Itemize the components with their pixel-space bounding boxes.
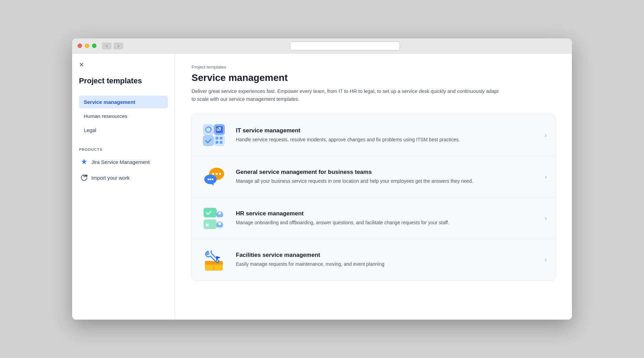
svg-marker-0 [82, 159, 87, 164]
gsm-content: General service management for business … [236, 169, 539, 185]
svg-point-17 [216, 173, 218, 175]
jira-service-management-icon [80, 158, 88, 166]
sidebar: ✕ Project templates Service management H… [72, 53, 175, 320]
hr-name: HR service management [236, 210, 539, 217]
itsm-content: IT service management Handle service req… [236, 127, 539, 143]
import-your-work-item[interactable]: Import your work [79, 171, 168, 184]
page-title: Service management [192, 72, 555, 83]
svg-point-20 [208, 179, 209, 180]
content-area: ✕ Project templates Service management H… [72, 53, 572, 320]
forward-button[interactable]: › [114, 43, 123, 49]
address-bar [123, 41, 566, 50]
svg-marker-37 [217, 256, 221, 259]
svg-rect-24 [204, 219, 217, 229]
svg-rect-7 [203, 135, 214, 146]
url-input[interactable] [290, 41, 400, 50]
traffic-lights [78, 44, 96, 48]
gsm-icon [200, 163, 228, 190]
minimize-traffic-light[interactable] [85, 44, 89, 48]
close-button[interactable]: ✕ [79, 62, 84, 68]
maximize-traffic-light[interactable] [92, 44, 96, 48]
breadcrumb: Project templates [192, 64, 555, 70]
template-card-facilities[interactable]: Facilities service management Easily man… [192, 239, 555, 280]
close-traffic-light[interactable] [78, 44, 82, 48]
svg-point-21 [210, 179, 211, 180]
svg-point-22 [212, 179, 214, 180]
sidebar-item-human-resources[interactable]: Human reseources [79, 110, 168, 122]
svg-rect-14 [220, 141, 222, 144]
facilities-name: Facilities service management [236, 252, 539, 259]
template-card-gsm[interactable]: General service management for business … [192, 156, 555, 198]
hr-content: HR service management Manage onboarding … [236, 210, 539, 226]
facilities-chevron-icon: › [545, 256, 547, 263]
template-card-itsm[interactable]: IT service management Handle service req… [192, 115, 555, 156]
svg-rect-5 [203, 124, 214, 135]
facilities-content: Facilities service management Easily man… [236, 252, 539, 268]
itsm-chevron-icon: › [545, 132, 547, 139]
itsm-desc: Handle service requests, resolve inciden… [236, 136, 483, 143]
svg-rect-8 [214, 135, 225, 146]
gsm-desc: Manage all your business service request… [236, 178, 483, 185]
facilities-icon [200, 246, 228, 273]
svg-point-35 [206, 252, 209, 255]
hr-icon [200, 204, 228, 232]
main-panel: Project templates Service management Del… [175, 53, 572, 320]
svg-point-16 [212, 173, 214, 175]
sidebar-nav: Service management Human reseources Lega… [79, 96, 168, 136]
svg-point-30 [218, 222, 221, 225]
itsm-icon [200, 121, 228, 149]
products-section-label: PRODUCTS [79, 147, 168, 152]
itsm-name: IT service management [236, 127, 539, 134]
jira-service-management-item[interactable]: Jira Service Management [79, 156, 168, 169]
jira-service-management-label: Jira Service Management [91, 159, 150, 165]
svg-rect-11 [216, 137, 218, 140]
svg-rect-12 [220, 137, 222, 140]
gsm-chevron-icon: › [545, 173, 547, 180]
nav-buttons: ‹ › [102, 43, 123, 49]
svg-point-18 [219, 173, 221, 175]
hr-chevron-icon: › [545, 215, 547, 222]
sidebar-item-service-management[interactable]: Service management [79, 96, 168, 108]
sidebar-title: Project templates [79, 76, 168, 86]
template-cards-list: IT service management Handle service req… [192, 114, 555, 281]
page-description: Deliver great service experiences fast. … [192, 87, 501, 103]
facilities-desc: Easily manage requests for maintenance, … [236, 261, 483, 268]
sidebar-item-legal[interactable]: Legal [79, 124, 168, 136]
titlebar: ‹ › [72, 38, 572, 53]
template-card-hr[interactable]: HR service management Manage onboarding … [192, 198, 555, 239]
import-your-work-label: Import your work [91, 175, 130, 181]
gsm-name: General service management for business … [236, 169, 539, 176]
import-icon [80, 174, 88, 182]
back-button[interactable]: ‹ [102, 43, 112, 49]
app-window: ‹ › ✕ Project templates Service manageme… [72, 38, 572, 320]
svg-rect-13 [216, 141, 218, 144]
hr-desc: Manage onboarding and offboarding, answe… [236, 219, 483, 226]
svg-point-28 [218, 212, 221, 215]
